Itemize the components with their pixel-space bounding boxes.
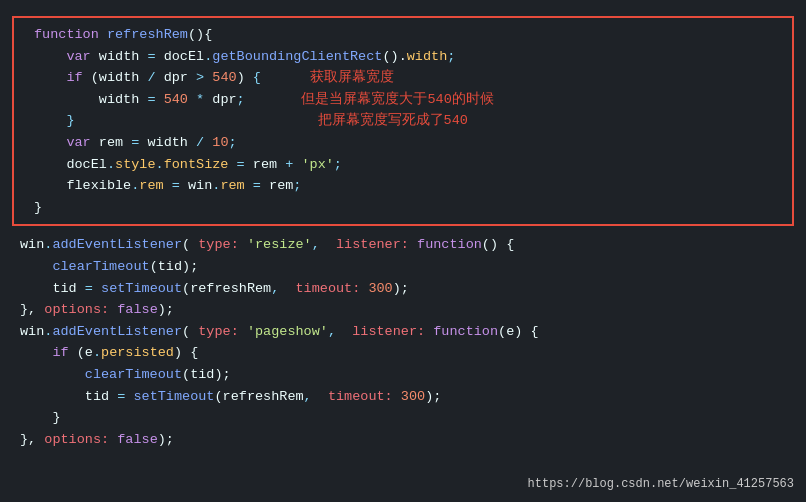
code-line-7: docEl.style.fontSize = rem + 'px'; — [22, 154, 784, 176]
code-line-1: function refreshRem(){ — [22, 24, 784, 46]
code-line-18: } — [0, 407, 806, 429]
code-line-14: win.addEventListener( type: 'pageshow', … — [0, 321, 806, 343]
code-line-19: }, options: false); — [0, 429, 806, 451]
code-line-8: flexible.rem = win.rem = rem; — [22, 175, 784, 197]
code-line-10: win.addEventListener( type: 'resize', li… — [0, 234, 806, 256]
code-line-12: tid = setTimeout(refreshRem, timeout: 30… — [0, 278, 806, 300]
highlighted-code-block: function refreshRem(){ var width = docEl… — [12, 16, 794, 226]
code-line-9: } — [22, 197, 784, 219]
code-line-6: var rem = width / 10; — [22, 132, 784, 154]
code-line-3: if (width / dpr > 540) { 获取屏幕宽度 — [22, 67, 784, 89]
code-line-15: if (e.persisted) { — [0, 342, 806, 364]
code-line-2: var width = docEl.getBoundingClientRect(… — [22, 46, 784, 68]
code-line-4: width = 540 * dpr; 但是当屏幕宽度大于540的时候 — [22, 89, 784, 111]
code-line-17: tid = setTimeout(refreshRem, timeout: 30… — [0, 386, 806, 408]
code-line-11: clearTimeout(tid); — [0, 256, 806, 278]
watermark: https://blog.csdn.net/weixin_41257563 — [528, 475, 794, 494]
code-line-13: }, options: false); — [0, 299, 806, 321]
code-line-16: clearTimeout(tid); — [0, 364, 806, 386]
code-line-5: } 把屏幕宽度写死成了540 — [22, 110, 784, 132]
code-container: function refreshRem(){ var width = docEl… — [0, 0, 806, 458]
